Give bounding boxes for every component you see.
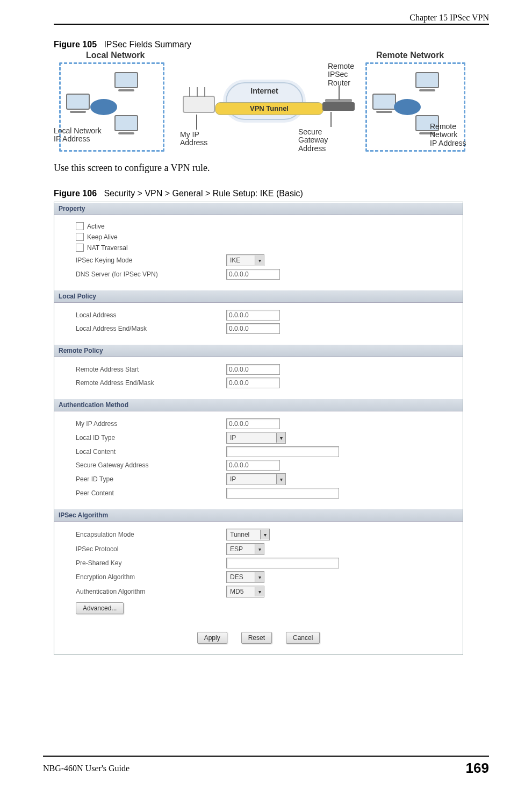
peer-content-label: Peer Content (76, 489, 226, 497)
local-mask-label: Local Address End/Mask (76, 325, 226, 332)
chevron-down-icon: ▾ (255, 255, 264, 265)
section-local-policy-title: Local Policy (54, 290, 463, 303)
enc-algo-select[interactable]: DES ▾ (226, 571, 264, 583)
peer-id-type-label: Peer ID Type (76, 475, 226, 483)
local-content-label: Local Content (76, 448, 226, 456)
cancel-button[interactable]: Cancel (286, 632, 320, 644)
keep-alive-label: Keep Alive (87, 233, 118, 241)
remote-start-label: Remote Address Start (76, 366, 226, 373)
header-rule (54, 24, 489, 25)
auth-algo-select[interactable]: MD5 ▾ (226, 586, 264, 597)
button-row: Apply Reset Cancel (54, 624, 463, 654)
apply-button[interactable]: Apply (197, 632, 227, 644)
remote-mask-label: Remote Address End/Mask (76, 379, 226, 387)
encap-mode-select[interactable]: Tunnel ▾ (226, 529, 270, 540)
arrow-line (196, 115, 197, 130)
keying-mode-select[interactable]: IKE ▾ (226, 254, 264, 266)
figure-106-caption: Figure 106 Security > VPN > General > Ru… (54, 189, 489, 198)
remote-ip-callout: Remote Network IP Address (430, 123, 466, 147)
pc-icon (415, 72, 439, 91)
arrow-line (330, 112, 332, 127)
my-ip-input[interactable]: 0.0.0.0 (226, 418, 280, 429)
figure-106-form: Property Active Keep Alive NAT Traversal… (54, 202, 463, 655)
keying-mode-label: IPSec Keying Mode (76, 257, 226, 264)
chapter-header: Chapter 15 IPSec VPN (54, 11, 489, 24)
active-label: Active (87, 223, 105, 230)
page-number: 169 (466, 760, 489, 777)
local-id-type-label: Local ID Type (76, 434, 226, 442)
local-address-label: Local Address (76, 311, 226, 319)
figure-105-diagram: Local Network Remote Network Internet VP… (54, 53, 468, 155)
figure-105-text: IPSec Fields Summary (104, 40, 191, 49)
advanced-button[interactable]: Advanced... (76, 602, 124, 614)
my-ip-label: My IP Address (76, 420, 226, 428)
chevron-down-icon: ▾ (255, 587, 264, 596)
local-id-type-value: IP (227, 434, 276, 442)
footer-guide: NBG-460N User's Guide (43, 764, 130, 773)
figure-106-text: Security > VPN > General > Rule Setup: I… (104, 189, 303, 198)
arrow-line (339, 86, 340, 100)
router-icon (90, 99, 117, 115)
remote-mask-input[interactable]: 0.0.0.0 (226, 378, 280, 388)
peer-id-type-value: IP (227, 475, 276, 483)
ipsec-proto-value: ESP (227, 545, 255, 553)
nat-traversal-checkbox[interactable] (76, 244, 84, 252)
keying-mode-value: IKE (227, 257, 255, 264)
remote-router-icon (322, 102, 355, 111)
dns-label: DNS Server (for IPSec VPN) (76, 271, 226, 278)
ipsec-proto-label: IPSec Protocol (76, 545, 226, 553)
auth-algo-value: MD5 (227, 588, 255, 595)
chevron-down-icon: ▾ (260, 530, 269, 539)
secure-gw-label: Secure Gateway Address (76, 461, 226, 469)
nat-traversal-label: NAT Traversal (87, 244, 128, 252)
local-address-input[interactable]: 0.0.0.0 (226, 310, 280, 321)
peer-content-input[interactable] (226, 488, 339, 499)
section-remote-policy-title: Remote Policy (54, 344, 463, 357)
my-ip-callout: My IP Address (180, 131, 207, 147)
psk-label: Pre-Shared Key (76, 559, 226, 567)
internet-label: Internet (250, 87, 278, 95)
secure-gw-callout: Secure Gateway Address (298, 128, 328, 153)
body-text: Use this screen to configure a VPN rule. (54, 162, 489, 174)
keep-alive-checkbox[interactable] (76, 233, 84, 241)
router-icon (394, 99, 421, 115)
chevron-down-icon: ▾ (276, 433, 285, 443)
encap-mode-label: Encapsulation Mode (76, 531, 226, 538)
local-mask-input[interactable]: 0.0.0.0 (226, 323, 280, 334)
secure-gw-input[interactable]: 0.0.0.0 (226, 460, 280, 471)
enc-algo-label: Encryption Algorithm (76, 573, 226, 581)
encap-mode-value: Tunnel (227, 531, 260, 538)
pc-icon (114, 115, 138, 134)
reset-button[interactable]: Reset (241, 632, 272, 644)
local-content-input[interactable] (226, 446, 339, 457)
enc-algo-value: DES (227, 573, 255, 581)
section-property-title: Property (54, 202, 463, 215)
peer-id-type-select[interactable]: IP ▾ (226, 473, 286, 485)
local-id-type-select[interactable]: IP ▾ (226, 432, 286, 444)
chevron-down-icon: ▾ (276, 474, 285, 484)
auth-algo-label: Authentication Algorithm (76, 588, 226, 595)
ipsec-proto-select[interactable]: ESP ▾ (226, 543, 264, 555)
figure-105-prefix: Figure 105 (54, 40, 97, 49)
pc-icon (114, 72, 138, 91)
section-auth-title: Authentication Method (54, 398, 463, 411)
local-network-title: Local Network (86, 51, 145, 60)
chevron-down-icon: ▾ (255, 572, 264, 582)
remote-network-title: Remote Network (376, 51, 444, 60)
figure-106-prefix: Figure 106 (54, 189, 97, 198)
local-ip-callout: Local Network IP Address (54, 127, 102, 144)
dns-input[interactable]: 0.0.0.0 (226, 269, 280, 280)
page-footer: NBG-460N User's Guide 169 (43, 756, 489, 777)
active-checkbox[interactable] (76, 222, 84, 230)
chevron-down-icon: ▾ (255, 544, 264, 554)
remote-router-callout: Remote IPSec Router (328, 62, 354, 87)
section-algo-title: IPSec Algorithm (54, 509, 463, 522)
pc-icon (372, 94, 396, 113)
vpn-tunnel-band: VPN Tunnel (215, 102, 323, 115)
pc-icon (66, 94, 90, 113)
access-point-icon (183, 96, 215, 113)
psk-input[interactable] (226, 558, 339, 568)
remote-start-input[interactable]: 0.0.0.0 (226, 364, 280, 375)
figure-105-caption: Figure 105 IPSec Fields Summary (54, 40, 489, 49)
